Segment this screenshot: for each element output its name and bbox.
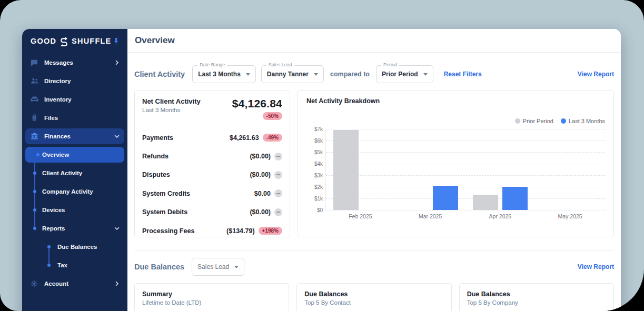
due-sales-lead-select[interactable]: Sales Lead xyxy=(192,258,244,276)
legend-dot xyxy=(561,118,566,124)
y-tick-label: $4k xyxy=(306,161,323,167)
legend-label: Prior Period xyxy=(523,118,553,124)
pin-icon[interactable] xyxy=(112,37,120,45)
net-activity-total: $4,126.84 xyxy=(232,97,282,110)
summary-row-system-credits: System Credits $0.00 xyxy=(142,184,282,203)
people-icon xyxy=(29,76,39,86)
period-select[interactable]: Period Prior Period xyxy=(376,65,433,83)
gear-icon xyxy=(29,279,39,288)
client-activity-cards: Net Client Activity Last 3 Months $4,126… xyxy=(134,90,614,237)
chart-plot: $7k$6k$5k$4k$3k$2k$1k$0 xyxy=(325,129,605,210)
due-sales-lead-placeholder: Sales Lead xyxy=(197,263,229,270)
sidebar-item-label: Company Activity xyxy=(42,188,93,195)
sidebar-item-label: Overview xyxy=(42,152,69,158)
gridline xyxy=(326,129,605,129)
page-title: Overview xyxy=(135,35,175,46)
no-change-icon xyxy=(274,171,282,179)
change-badge: -49% xyxy=(263,134,282,142)
legend-item-last-3-months: Last 3 Months xyxy=(561,118,605,124)
bar-prior-period xyxy=(473,195,498,210)
finances-subnav: Overview Client Activity Company Activit… xyxy=(22,145,127,274)
chart-title: Net Activity Breakdown xyxy=(306,97,605,105)
legend-label: Last 3 Months xyxy=(569,118,605,124)
sidebar-item-label: Tax xyxy=(57,262,67,268)
content: Client Activity Date Range Last 3 Months… xyxy=(127,53,621,311)
sales-lead-select[interactable]: Sales Lead Danny Tanner xyxy=(261,65,324,83)
card-title: Net Client Activity xyxy=(142,97,201,105)
sidebar-item-finances[interactable]: Finances xyxy=(25,128,124,144)
card-subtitle: Top 5 By Contact xyxy=(304,299,443,306)
sidebar-item-tax[interactable]: Tax xyxy=(22,256,127,274)
sidebar-item-account[interactable]: Account xyxy=(22,274,127,293)
bullet-dot xyxy=(33,208,36,212)
y-tick-label: $1k xyxy=(306,196,323,202)
summary-row-system-debits: System Debits ($0.00) xyxy=(142,203,282,222)
sidebar-item-label: Reports xyxy=(42,225,65,232)
client-activity-heading: Client Activity xyxy=(134,70,185,78)
sidebar-item-messages[interactable]: Messages xyxy=(22,53,127,72)
bank-icon xyxy=(29,132,39,141)
compared-to-text: compared to xyxy=(330,71,370,78)
sidebar-item-files[interactable]: Files xyxy=(22,108,127,127)
chart-x-axis: Feb 2025Mar 2025Apr 2025May 2025 xyxy=(325,213,605,222)
due-view-report-link[interactable]: View Report xyxy=(578,263,614,270)
gridline xyxy=(326,152,605,153)
caret-down-icon xyxy=(246,73,250,76)
due-by-contact-card: Due Balances Top 5 By Contact xyxy=(296,283,451,311)
sidebar-item-label: Messages xyxy=(44,59,73,66)
chart-area: $7k$6k$5k$4k$3k$2k$1k$0 Feb 2025Mar 2025… xyxy=(306,129,605,222)
card-subtitle: Top 5 By Company xyxy=(467,299,606,306)
sidebar-item-label: Due Balances xyxy=(57,244,97,250)
logo-shuffle-text: SHUFFLE xyxy=(72,37,111,45)
due-balances-cards: Summary Lifetime to Date (LTD) Due Balan… xyxy=(134,283,614,311)
sidebar-item-due-balances[interactable]: Due Balances xyxy=(22,237,127,256)
paperclip-icon xyxy=(29,113,39,123)
caret-down-icon xyxy=(314,73,318,76)
y-tick-label: $0 xyxy=(306,207,323,213)
reset-filters-link[interactable]: Reset Filters xyxy=(444,71,482,78)
mouse-cursor xyxy=(631,299,644,311)
date-range-select[interactable]: Date Range Last 3 Months xyxy=(192,65,256,83)
bullet-dot xyxy=(47,264,51,267)
sidebar-item-reports[interactable]: Reports xyxy=(22,219,127,237)
bullet-dot xyxy=(36,153,39,156)
no-change-icon xyxy=(274,153,282,160)
sales-lead-label: Sales Lead xyxy=(266,62,294,67)
y-tick-label: $7k xyxy=(306,126,323,132)
x-tick-label: Apr 2025 xyxy=(489,213,512,219)
card-subtitle: Last 3 Months xyxy=(142,107,201,113)
main-panel: Overview Client Activity Date Range Last… xyxy=(127,29,621,311)
sidebar-item-overview[interactable]: Overview xyxy=(25,147,124,163)
gridline xyxy=(326,210,605,210)
y-tick-label: $6k xyxy=(306,138,323,144)
sidebar-item-label: Devices xyxy=(42,207,65,213)
net-client-activity-card: Net Client Activity Last 3 Months $4,126… xyxy=(134,90,290,237)
chart-legend: Prior Period Last 3 Months xyxy=(306,117,605,125)
sidebar-item-label: Inventory xyxy=(44,96,72,103)
chevron-down-icon xyxy=(114,225,120,232)
bar-last-3-months xyxy=(502,187,528,210)
due-balances-heading: Due Balances xyxy=(134,263,184,271)
summary-row-refunds: Refunds ($0.00) xyxy=(142,147,282,165)
sidebar-item-label: Files xyxy=(44,115,58,121)
sidebar-item-company-activity[interactable]: Company Activity xyxy=(22,182,127,200)
chevron-down-icon xyxy=(114,133,120,139)
sidebar-item-devices[interactable]: Devices xyxy=(22,200,127,219)
period-value: Prior Period xyxy=(382,71,418,78)
bullet-dot xyxy=(33,172,36,175)
shuffle-logo-icon xyxy=(59,36,69,46)
sidebar-nav: Messages Directory Inventory xyxy=(22,53,127,293)
sidebar-item-label: Account xyxy=(44,280,68,287)
caret-down-icon xyxy=(234,266,239,268)
page-header: Overview xyxy=(127,29,621,53)
due-balances-filter-row: Due Balances Sales Lead View Report xyxy=(134,258,614,276)
view-report-link[interactable]: View Report xyxy=(578,71,614,78)
sidebar-item-directory[interactable]: Directory xyxy=(22,72,127,90)
no-change-icon xyxy=(274,208,282,216)
sidebar-item-client-activity[interactable]: Client Activity xyxy=(22,164,127,182)
couch-icon xyxy=(29,95,39,104)
bullet-dot xyxy=(47,245,51,248)
sidebar-item-inventory[interactable]: Inventory xyxy=(22,90,127,108)
x-tick-label: Feb 2025 xyxy=(349,213,372,219)
bullet-dot xyxy=(33,190,36,193)
